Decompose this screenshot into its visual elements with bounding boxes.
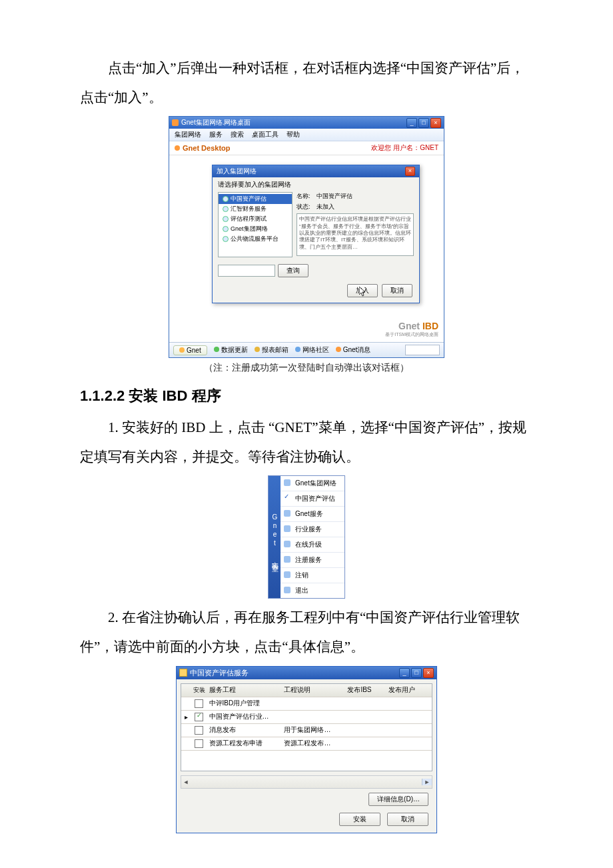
taskbar: Gnet 数据更新 报表邮箱 网络社区 Gnet消息	[169, 342, 444, 357]
window-icon	[179, 669, 187, 677]
paragraph-2: 1. 安装好的 IBD 上，点击 “GNET”菜单，选择“中国资产评估”，按规定…	[80, 413, 533, 471]
taskbar-message[interactable]: Gnet消息	[336, 345, 371, 355]
taskbar-search-box[interactable]	[405, 345, 440, 355]
brand-icon	[175, 145, 180, 151]
dialog-title: 加入集团网络	[217, 167, 257, 176]
install-checkbox[interactable]	[195, 699, 203, 708]
menu-item[interactable]: 在线升级	[281, 537, 344, 553]
app-icon	[172, 119, 179, 126]
cursor-icon	[359, 287, 367, 297]
network-icon	[284, 479, 291, 486]
gnet-menu: Gnet 实验室 Gnet集团网络 中国资产评估 Gnet服务 行业服务 在线升…	[268, 475, 345, 599]
menu-item[interactable]: Gnet集团网络	[281, 476, 344, 491]
description-box: 中国资产评估行业信息环境是根据资产评估行业“服务于会员、服务于行业、服务于市场”…	[297, 213, 414, 256]
scroll-right-icon[interactable]: ►	[422, 779, 432, 785]
minimize-button[interactable]: _	[399, 668, 410, 678]
table-row[interactable]: 资源工程发布申请 资源工程发布…	[181, 737, 432, 751]
menu-item[interactable]: 注册服务	[281, 553, 344, 568]
search-input[interactable]	[218, 265, 275, 277]
service-icon	[284, 510, 291, 517]
table-row[interactable]: 中评IBD用户管理	[181, 697, 432, 711]
horizontal-scrollbar[interactable]: ◄ ►	[181, 775, 432, 789]
logout-icon	[284, 571, 291, 578]
services-window-title: 中国资产评估服务	[190, 668, 249, 678]
section-heading: 1.1.2.2 安装 IBD 程序	[80, 386, 533, 406]
welcome-text: 欢迎您 用户名：GNET	[371, 143, 438, 153]
menu-item[interactable]: 集团网络	[175, 130, 201, 139]
detail-button[interactable]: 详细信息(D)…	[368, 793, 428, 806]
menu-item[interactable]: 桌面工具	[252, 130, 279, 139]
paragraph-1: 点击“加入”后弹出一种对话框，在对话框内选择“中国资产评估”后，点击“加入”。	[80, 53, 533, 112]
menu-item[interactable]: 注销	[281, 568, 344, 583]
services-table: 安装 服务工程 工程说明 发布IBS 发布用户 中评IBD用户管理 中国资产	[181, 683, 432, 771]
join-network-dialog: 加入集团网络 × 请选择要加入的集团网络 中国资产评估 汇智财务服务 评估程序测…	[212, 165, 420, 303]
network-tree[interactable]: 中国资产评估 汇智财务服务 评估程序测试 Gnet集团网络 公共物流服务平台	[218, 192, 293, 257]
update-icon	[284, 541, 291, 547]
col-user[interactable]: 发布用户	[386, 685, 432, 695]
install-checkbox[interactable]	[195, 726, 203, 735]
cancel-button[interactable]: 取消	[387, 813, 428, 826]
col-install[interactable]: 安装	[192, 686, 207, 695]
globe-icon	[295, 347, 301, 352]
paragraph-3: 2. 在省注协确认后，再在服务工程列中有“中国资产评估行业管理软件”，请选中前面…	[80, 603, 533, 661]
menu-item[interactable]: 退出	[281, 583, 344, 598]
search-button[interactable]: 查询	[278, 264, 308, 277]
tree-item[interactable]: 公共物流服务平台	[219, 234, 292, 244]
taskbar-gnet-button[interactable]: Gnet	[173, 345, 207, 355]
tree-item[interactable]: 评估程序测试	[219, 214, 292, 224]
menu-item[interactable]: 服务	[209, 130, 223, 139]
taskbar-community[interactable]: 网络社区	[295, 345, 329, 355]
name-label: 名称:	[297, 192, 316, 201]
refresh-icon	[214, 347, 219, 352]
figure-1-caption: （注：注册成功第一次登陆时自动弹出该对话框）	[80, 362, 533, 374]
scroll-left-icon[interactable]: ◄	[181, 779, 191, 785]
col-ibs[interactable]: 发布IBS	[344, 685, 385, 695]
dialog-subtitle: 请选择要加入的集团网络	[213, 177, 419, 192]
window-titlebar: Gnet集团网络.网络桌面 _ □ ×	[169, 117, 444, 129]
name-value: 中国资产评估	[316, 192, 352, 201]
col-name[interactable]: 服务工程	[207, 685, 282, 695]
menu-item[interactable]: 搜索	[231, 130, 244, 139]
cancel-button[interactable]: 取消	[382, 284, 412, 297]
minimize-button[interactable]: _	[406, 118, 417, 128]
taskbar-refresh[interactable]: 数据更新	[214, 345, 248, 355]
menubar: 集团网络 服务 搜索 桌面工具 帮助	[169, 129, 444, 141]
menu-item[interactable]: 帮助	[287, 130, 300, 139]
menu-item[interactable]: Gnet服务	[281, 507, 344, 522]
brand-label: Gnet Desktop	[183, 144, 231, 152]
industry-icon	[284, 525, 291, 532]
status-value: 未加入	[316, 203, 334, 211]
msg-icon	[336, 347, 341, 352]
menu-item-checked[interactable]: 中国资产评估	[281, 491, 344, 507]
install-button[interactable]: 安装	[339, 813, 380, 826]
register-icon	[284, 556, 291, 563]
table-header: 安装 服务工程 工程说明 发布IBS 发布用户	[181, 684, 432, 697]
table-row-selected[interactable]: 中国资产评估行业…	[181, 711, 432, 724]
status-label: 状态:	[297, 203, 316, 211]
services-window: 中国资产评估服务 _ □ × 安装 服务工程 工程说明 发布IBS 发布用户	[176, 666, 437, 833]
exit-icon	[284, 587, 291, 593]
menu-side-label: Gnet 实验室	[269, 476, 281, 598]
tree-item[interactable]: 汇智财务服务	[219, 204, 292, 214]
close-button[interactable]: ×	[423, 668, 434, 678]
tree-item[interactable]: Gnet集团网络	[219, 224, 292, 234]
maximize-button[interactable]: □	[411, 668, 422, 678]
close-button[interactable]: ×	[430, 118, 441, 128]
maximize-button[interactable]: □	[418, 118, 429, 128]
gnet-icon	[179, 347, 185, 353]
col-desc[interactable]: 工程说明	[281, 685, 344, 695]
gnet-ibd-logo: Gnet IBD 基于ITSM模式的网络桌面	[385, 321, 438, 338]
mail-icon	[255, 347, 260, 352]
menu-item[interactable]: 行业服务	[281, 522, 344, 537]
tree-item-selected[interactable]: 中国资产评估	[219, 194, 292, 204]
window-title: Gnet集团网络.网络桌面	[181, 118, 251, 127]
taskbar-mail[interactable]: 报表邮箱	[255, 345, 289, 355]
dialog-close-button[interactable]: ×	[405, 167, 415, 176]
install-checkbox-checked[interactable]	[195, 713, 203, 721]
gnet-window: Gnet集团网络.网络桌面 _ □ × 集团网络 服务 搜索 桌面工具 帮助 G…	[169, 116, 444, 358]
table-row[interactable]: 消息发布 用于集团网络…	[181, 724, 432, 737]
install-checkbox[interactable]	[195, 739, 203, 748]
